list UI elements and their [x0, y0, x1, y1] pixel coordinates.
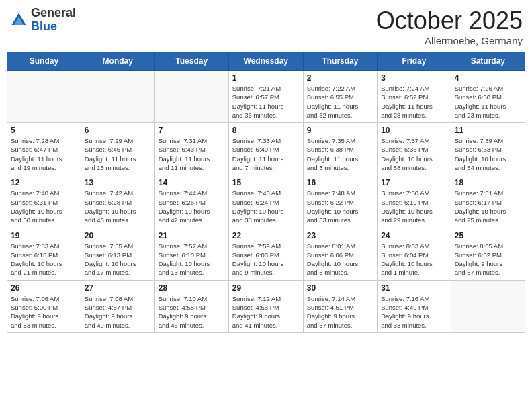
day-number: 22	[232, 231, 300, 240]
calendar-cell: 25Sunrise: 8:05 AM Sunset: 6:02 PM Dayli…	[451, 228, 525, 280]
calendar-cell: 14Sunrise: 7:44 AM Sunset: 6:26 PM Dayli…	[154, 175, 228, 228]
day-number: 2	[307, 73, 373, 83]
day-number: 19	[11, 231, 77, 240]
calendar-cell: 5Sunrise: 7:28 AM Sunset: 6:47 PM Daylig…	[7, 123, 81, 175]
day-info: Sunrise: 7:53 AM Sunset: 6:15 PM Dayligh…	[11, 242, 77, 277]
day-number: 14	[159, 178, 225, 187]
day-number: 21	[159, 231, 225, 240]
calendar-cell	[451, 280, 525, 332]
calendar-cell: 12Sunrise: 7:40 AM Sunset: 6:31 PM Dayli…	[7, 175, 81, 228]
calendar-cell	[7, 71, 81, 123]
day-info: Sunrise: 7:28 AM Sunset: 6:47 PM Dayligh…	[11, 136, 77, 172]
day-number: 23	[307, 231, 373, 240]
weekday-header: Wednesday	[228, 52, 303, 71]
calendar-cell: 15Sunrise: 7:46 AM Sunset: 6:24 PM Dayli…	[228, 175, 303, 228]
day-number: 12	[11, 178, 77, 187]
logo-text: General Blue	[31, 7, 76, 34]
day-info: Sunrise: 7:24 AM Sunset: 6:52 PM Dayligh…	[381, 84, 447, 120]
calendar-cell: 29Sunrise: 7:12 AM Sunset: 4:53 PM Dayli…	[228, 280, 303, 332]
day-number: 10	[381, 126, 447, 135]
day-info: Sunrise: 7:22 AM Sunset: 6:55 PM Dayligh…	[307, 84, 373, 120]
day-number: 25	[455, 231, 521, 240]
day-info: Sunrise: 7:26 AM Sunset: 6:50 PM Dayligh…	[455, 84, 521, 120]
calendar-cell: 23Sunrise: 8:01 AM Sunset: 6:06 PM Dayli…	[303, 228, 377, 280]
day-info: Sunrise: 7:08 AM Sunset: 4:57 PM Dayligh…	[85, 294, 151, 330]
day-info: Sunrise: 7:44 AM Sunset: 6:26 PM Dayligh…	[159, 189, 225, 224]
calendar-cell: 10Sunrise: 7:37 AM Sunset: 6:36 PM Dayli…	[378, 123, 451, 175]
day-number: 3	[381, 73, 447, 83]
calendar-cell: 3Sunrise: 7:24 AM Sunset: 6:52 PM Daylig…	[378, 71, 451, 123]
day-number: 18	[455, 178, 521, 187]
calendar-cell: 17Sunrise: 7:50 AM Sunset: 6:19 PM Dayli…	[378, 175, 451, 228]
weekday-header: Sunday	[7, 52, 81, 71]
day-number: 11	[455, 126, 521, 135]
calendar-cell: 6Sunrise: 7:29 AM Sunset: 6:45 PM Daylig…	[81, 123, 154, 175]
day-number: 9	[307, 126, 373, 135]
logo-icon	[9, 11, 28, 30]
day-info: Sunrise: 7:33 AM Sunset: 6:40 PM Dayligh…	[232, 136, 300, 172]
calendar-cell: 2Sunrise: 7:22 AM Sunset: 6:55 PM Daylig…	[303, 71, 377, 123]
day-number: 6	[85, 126, 151, 135]
day-info: Sunrise: 7:16 AM Sunset: 4:49 PM Dayligh…	[381, 294, 447, 330]
logo: General Blue	[9, 7, 76, 34]
calendar-cell: 13Sunrise: 7:42 AM Sunset: 6:28 PM Dayli…	[81, 175, 154, 228]
calendar-week-row: 19Sunrise: 7:53 AM Sunset: 6:15 PM Dayli…	[7, 228, 525, 280]
day-info: Sunrise: 7:57 AM Sunset: 6:10 PM Dayligh…	[159, 242, 225, 277]
day-number: 16	[307, 178, 373, 187]
calendar-cell: 4Sunrise: 7:26 AM Sunset: 6:50 PM Daylig…	[451, 71, 525, 123]
day-info: Sunrise: 7:39 AM Sunset: 6:33 PM Dayligh…	[455, 136, 521, 172]
day-number: 31	[381, 283, 447, 293]
calendar-cell: 7Sunrise: 7:31 AM Sunset: 6:43 PM Daylig…	[154, 123, 228, 175]
title-block: October 2025 Allermoehe, Germany	[376, 7, 523, 46]
calendar-cell: 30Sunrise: 7:14 AM Sunset: 4:51 PM Dayli…	[303, 280, 377, 332]
day-info: Sunrise: 7:42 AM Sunset: 6:28 PM Dayligh…	[85, 189, 151, 224]
calendar-week-row: 12Sunrise: 7:40 AM Sunset: 6:31 PM Dayli…	[7, 175, 525, 228]
day-number: 8	[232, 126, 300, 135]
day-info: Sunrise: 7:46 AM Sunset: 6:24 PM Dayligh…	[232, 189, 300, 224]
day-number: 20	[85, 231, 151, 240]
calendar-cell: 19Sunrise: 7:53 AM Sunset: 6:15 PM Dayli…	[7, 228, 81, 280]
day-info: Sunrise: 7:29 AM Sunset: 6:45 PM Dayligh…	[85, 136, 151, 172]
calendar-cell: 24Sunrise: 8:03 AM Sunset: 6:04 PM Dayli…	[378, 228, 451, 280]
day-info: Sunrise: 8:01 AM Sunset: 6:06 PM Dayligh…	[307, 242, 373, 277]
day-number: 17	[381, 178, 447, 187]
weekday-header: Monday	[81, 52, 154, 71]
day-info: Sunrise: 7:10 AM Sunset: 4:55 PM Dayligh…	[159, 294, 225, 330]
weekday-header-row: SundayMondayTuesdayWednesdayThursdayFrid…	[7, 52, 525, 71]
day-info: Sunrise: 8:03 AM Sunset: 6:04 PM Dayligh…	[381, 242, 447, 277]
calendar-cell: 1Sunrise: 7:21 AM Sunset: 6:57 PM Daylig…	[228, 71, 303, 123]
month-title: October 2025	[376, 7, 523, 35]
day-number: 30	[307, 283, 373, 293]
day-number: 26	[11, 283, 77, 293]
day-info: Sunrise: 7:37 AM Sunset: 6:36 PM Dayligh…	[381, 136, 447, 172]
day-info: Sunrise: 7:51 AM Sunset: 6:17 PM Dayligh…	[455, 189, 521, 224]
day-info: Sunrise: 7:14 AM Sunset: 4:51 PM Dayligh…	[307, 294, 373, 330]
calendar-week-row: 26Sunrise: 7:06 AM Sunset: 5:00 PM Dayli…	[7, 280, 525, 332]
day-info: Sunrise: 7:06 AM Sunset: 5:00 PM Dayligh…	[11, 294, 77, 330]
day-number: 13	[85, 178, 151, 187]
calendar-table: SundayMondayTuesdayWednesdayThursdayFrid…	[7, 52, 525, 333]
day-info: Sunrise: 7:31 AM Sunset: 6:43 PM Dayligh…	[159, 136, 225, 172]
page-header: General Blue October 2025 Allermoehe, Ge…	[7, 7, 525, 46]
calendar-cell	[81, 71, 154, 123]
calendar-cell: 9Sunrise: 7:35 AM Sunset: 6:38 PM Daylig…	[303, 123, 377, 175]
day-info: Sunrise: 7:59 AM Sunset: 6:08 PM Dayligh…	[232, 242, 300, 277]
location: Allermoehe, Germany	[376, 35, 523, 46]
calendar-cell: 31Sunrise: 7:16 AM Sunset: 4:49 PM Dayli…	[378, 280, 451, 332]
day-number: 28	[159, 283, 225, 293]
calendar-cell: 27Sunrise: 7:08 AM Sunset: 4:57 PM Dayli…	[81, 280, 154, 332]
calendar-cell: 21Sunrise: 7:57 AM Sunset: 6:10 PM Dayli…	[154, 228, 228, 280]
day-number: 27	[85, 283, 151, 293]
calendar-cell: 18Sunrise: 7:51 AM Sunset: 6:17 PM Dayli…	[451, 175, 525, 228]
calendar-cell: 16Sunrise: 7:48 AM Sunset: 6:22 PM Dayli…	[303, 175, 377, 228]
weekday-header: Thursday	[303, 52, 377, 71]
day-number: 5	[11, 126, 77, 135]
day-number: 29	[232, 283, 300, 293]
weekday-header: Saturday	[451, 52, 525, 71]
day-number: 15	[232, 178, 300, 187]
day-info: Sunrise: 7:55 AM Sunset: 6:13 PM Dayligh…	[85, 242, 151, 277]
calendar-cell: 22Sunrise: 7:59 AM Sunset: 6:08 PM Dayli…	[228, 228, 303, 280]
weekday-header: Friday	[378, 52, 451, 71]
calendar-week-row: 1Sunrise: 7:21 AM Sunset: 6:57 PM Daylig…	[7, 71, 525, 123]
day-info: Sunrise: 8:05 AM Sunset: 6:02 PM Dayligh…	[455, 242, 521, 277]
